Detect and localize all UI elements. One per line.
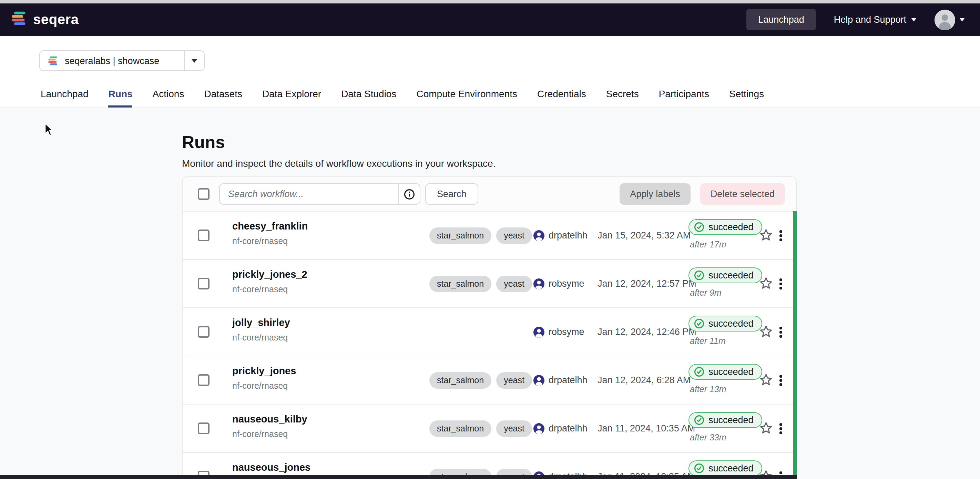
run-labels: star_salmonyeast <box>430 212 532 259</box>
status-label: succeeded <box>708 463 754 474</box>
delete-selected-button[interactable]: Delete selected <box>700 183 785 205</box>
star-icon[interactable] <box>759 373 773 387</box>
tab-data-explorer[interactable]: Data Explorer <box>262 88 321 108</box>
status-badge: succeeded <box>689 364 762 380</box>
run-name-link[interactable]: nauseous_jones <box>232 462 310 473</box>
select-all-checkbox[interactable] <box>198 188 210 200</box>
workspace-tabs: LaunchpadRunsActionsDatasetsData Explore… <box>41 88 764 108</box>
run-date: Jan 11, 2024, 10:35 AM <box>598 404 695 452</box>
run-checkbox[interactable] <box>198 326 210 338</box>
kebab-menu-icon[interactable] <box>778 374 783 387</box>
status-label: succeeded <box>708 270 754 280</box>
kebab-menu-icon[interactable] <box>778 325 783 339</box>
run-label-pill: yeast <box>496 227 532 243</box>
run-label-pill: yeast <box>496 420 532 437</box>
run-pipeline: nf-core/rnaseq <box>232 381 296 391</box>
check-circle-icon <box>694 415 704 425</box>
run-row: jolly_shirleynf-core/rnaseqrobsymeJan 12… <box>183 307 796 356</box>
run-status-block: succeededafter 11m <box>689 316 762 346</box>
run-name-link[interactable]: cheesy_franklin <box>232 221 308 232</box>
help-and-support-menu[interactable]: Help and Support <box>834 14 916 25</box>
run-labels: star_salmonyeast <box>430 404 532 452</box>
status-badge: succeeded <box>689 460 762 476</box>
tab-compute-environments[interactable]: Compute Environments <box>416 88 517 108</box>
workspace-org-icon <box>47 55 59 67</box>
run-checkbox[interactable] <box>198 422 210 434</box>
run-pipeline: nf-core/rnaseq <box>232 236 308 246</box>
run-row: prickly_jones_2nf-core/rnaseqstar_salmon… <box>183 259 796 307</box>
tab-credentials[interactable]: Credentials <box>537 88 586 108</box>
status-badge: succeeded <box>689 267 762 283</box>
run-checkbox[interactable] <box>198 278 210 290</box>
check-circle-icon <box>694 270 704 280</box>
tab-launchpad[interactable]: Launchpad <box>41 88 89 108</box>
tab-data-studios[interactable]: Data Studios <box>341 88 396 108</box>
run-duration: after 17m <box>690 240 762 250</box>
seqera-logo[interactable]: seqera <box>10 9 79 30</box>
run-name-link[interactable]: prickly_jones_2 <box>232 269 307 280</box>
tab-actions[interactable]: Actions <box>153 88 185 108</box>
user-circle-icon <box>533 326 544 337</box>
run-user-name: robsyme <box>549 327 584 337</box>
launchpad-button[interactable]: Launchpad <box>746 9 816 30</box>
run-user: drpatelhh <box>533 356 587 404</box>
run-name-link[interactable]: prickly_jones <box>232 365 296 376</box>
run-label-pill: yeast <box>496 372 532 388</box>
kebab-menu-icon[interactable] <box>778 422 783 435</box>
run-user: drpatelhh <box>533 404 587 452</box>
run-duration: after 13m <box>690 385 762 394</box>
run-date: Jan 12, 2024, 12:46 PM <box>598 308 697 356</box>
status-label: succeeded <box>708 318 754 329</box>
run-name-link[interactable]: nauseous_kilby <box>232 414 307 425</box>
run-checkbox[interactable] <box>198 229 210 241</box>
workspace-selector[interactable]: seqeralabs | showcase <box>39 50 205 71</box>
user-menu[interactable] <box>934 9 965 30</box>
star-icon[interactable] <box>759 228 773 243</box>
run-status-block: succeededafter 33m <box>689 412 762 442</box>
run-label-pill: star_salmon <box>430 372 492 388</box>
tab-settings[interactable]: Settings <box>729 88 764 108</box>
search-info-button[interactable] <box>398 184 420 204</box>
run-user-name: drpatelhh <box>549 230 587 240</box>
run-label-pill: star_salmon <box>430 227 492 243</box>
run-user-name: drpatelhh <box>549 375 587 385</box>
browser-edge-strip <box>0 0 980 3</box>
run-duration: after 33m <box>690 433 762 442</box>
run-name-block: jolly_shirleynf-core/rnaseq <box>232 317 290 342</box>
check-circle-icon <box>694 222 704 232</box>
runs-toolbar: Search Apply labels Delete selected <box>183 177 796 212</box>
status-label: succeeded <box>708 367 754 377</box>
tab-datasets[interactable]: Datasets <box>204 88 242 108</box>
tab-participants[interactable]: Participants <box>659 88 709 108</box>
search-button[interactable]: Search <box>425 183 478 205</box>
workspace-dropdown-toggle[interactable] <box>185 59 204 62</box>
apply-labels-button[interactable]: Apply labels <box>620 183 690 205</box>
check-circle-icon <box>694 367 704 377</box>
kebab-menu-icon[interactable] <box>778 277 783 291</box>
run-name-block: prickly_jonesnf-core/rnaseq <box>232 365 296 391</box>
star-icon[interactable] <box>759 276 773 291</box>
run-name-link[interactable]: jolly_shirley <box>232 317 290 328</box>
run-date: Jan 12, 2024, 12:57 PM <box>598 260 697 307</box>
run-user-name: robsyme <box>549 278 584 289</box>
run-user: robsyme <box>533 260 584 307</box>
run-labels: star_salmonyeast <box>430 260 532 307</box>
run-date: Jan 15, 2024, 5:32 AM <box>598 212 690 259</box>
tab-secrets[interactable]: Secrets <box>606 88 639 108</box>
star-icon[interactable] <box>759 421 773 436</box>
status-label: succeeded <box>708 415 754 425</box>
run-label-pill: star_salmon <box>430 275 492 292</box>
star-icon[interactable] <box>759 325 773 339</box>
user-circle-icon <box>533 278 544 289</box>
kebab-menu-icon[interactable] <box>778 229 783 242</box>
tab-runs[interactable]: Runs <box>108 88 133 108</box>
top-navbar: seqera Launchpad Help and Support <box>0 3 980 36</box>
search-input[interactable] <box>220 184 398 204</box>
seqera-runs-page: seqera Launchpad Help and Support <box>0 0 980 479</box>
seqera-logo-icon <box>10 9 27 30</box>
status-badge: succeeded <box>689 412 762 428</box>
run-checkbox[interactable] <box>198 374 210 386</box>
avatar <box>934 9 955 30</box>
run-row: prickly_jonesnf-core/rnaseqstar_salmonye… <box>183 356 796 404</box>
status-badge: succeeded <box>689 316 762 331</box>
